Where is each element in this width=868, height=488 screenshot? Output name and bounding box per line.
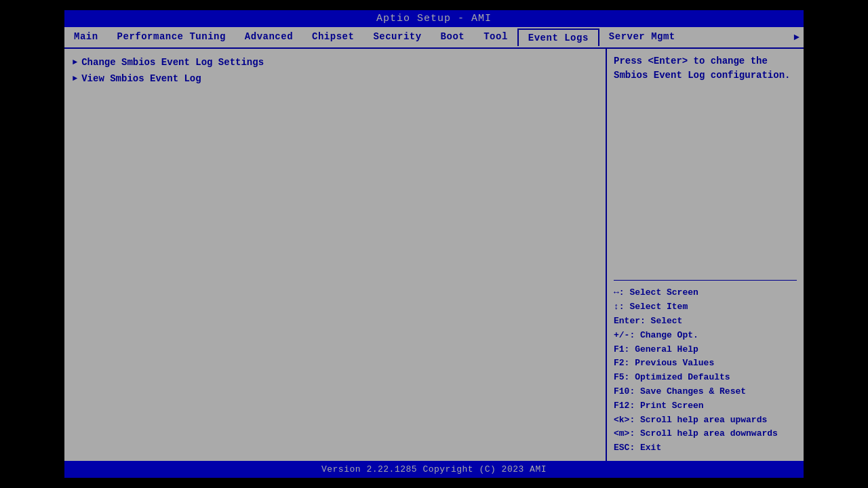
menu-item-event-logs[interactable]: Event Logs bbox=[517, 28, 599, 46]
shortcut-item: F10: Save Changes & Reset bbox=[614, 385, 797, 399]
shortcut-item: Enter: Select bbox=[614, 314, 797, 329]
shortcut-item: F2: Previous Values bbox=[614, 357, 797, 371]
left-panel: ►Change Smbios Event Log Settings►View S… bbox=[64, 49, 607, 461]
menu-item-advanced[interactable]: Advanced bbox=[235, 28, 302, 46]
help-text: Press <Enter> to change the Smbios Event… bbox=[614, 54, 797, 281]
shortcut-item: +/-: Change Opt. bbox=[614, 329, 797, 343]
shortcut-item: <m>: Scroll help area downwards bbox=[614, 427, 797, 441]
shortcut-item: F12: Print Screen bbox=[614, 399, 797, 413]
footer-text: Version 2.22.1285 Copyright (C) 2023 AMI bbox=[321, 464, 547, 474]
footer: Version 2.22.1285 Copyright (C) 2023 AMI bbox=[64, 461, 804, 478]
content-area: ►Change Smbios Event Log Settings►View S… bbox=[64, 47, 804, 461]
app-title: Aptio Setup - AMI bbox=[376, 13, 492, 24]
app-container: Aptio Setup - AMI MainPerformance Tuning… bbox=[64, 10, 804, 478]
menu-item-performance-tuning[interactable]: Performance Tuning bbox=[108, 28, 235, 46]
menu-arrow[interactable]: ► bbox=[790, 29, 804, 45]
entry-arrow-icon: ► bbox=[73, 74, 77, 83]
right-panel: Press <Enter> to change the Smbios Event… bbox=[607, 49, 804, 461]
menu-entry-0[interactable]: ►Change Smbios Event Log Settings bbox=[67, 54, 603, 70]
shortcut-item: <k>: Scroll help area upwards bbox=[614, 413, 797, 428]
entry-arrow-icon: ► bbox=[73, 58, 77, 67]
shortcut-list: ↔: Select Screen↕: Select ItemEnter: Sel… bbox=[614, 286, 797, 455]
menu-bar: MainPerformance TuningAdvancedChipsetSec… bbox=[64, 27, 804, 47]
menu-item-server-mgmt[interactable]: Server Mgmt bbox=[599, 28, 685, 46]
shortcut-item: F5: Optimized Defaults bbox=[614, 371, 797, 385]
menu-item-tool[interactable]: Tool bbox=[474, 28, 517, 46]
shortcut-item: ESC: Exit bbox=[614, 441, 797, 455]
shortcut-item: F1: General Help bbox=[614, 343, 797, 357]
title-bar: Aptio Setup - AMI bbox=[64, 10, 804, 27]
menu-entry-1[interactable]: ►View Smbios Event Log bbox=[67, 70, 603, 87]
entry-label: View Smbios Event Log bbox=[81, 73, 201, 84]
shortcut-item: ↔: Select Screen bbox=[614, 286, 797, 300]
menu-item-security[interactable]: Security bbox=[363, 28, 431, 46]
menu-item-boot[interactable]: Boot bbox=[431, 28, 475, 46]
shortcut-item: ↕: Select Item bbox=[614, 300, 797, 314]
menu-item-chipset[interactable]: Chipset bbox=[302, 28, 363, 46]
entry-label: Change Smbios Event Log Settings bbox=[81, 57, 264, 68]
menu-item-main[interactable]: Main bbox=[64, 28, 108, 46]
